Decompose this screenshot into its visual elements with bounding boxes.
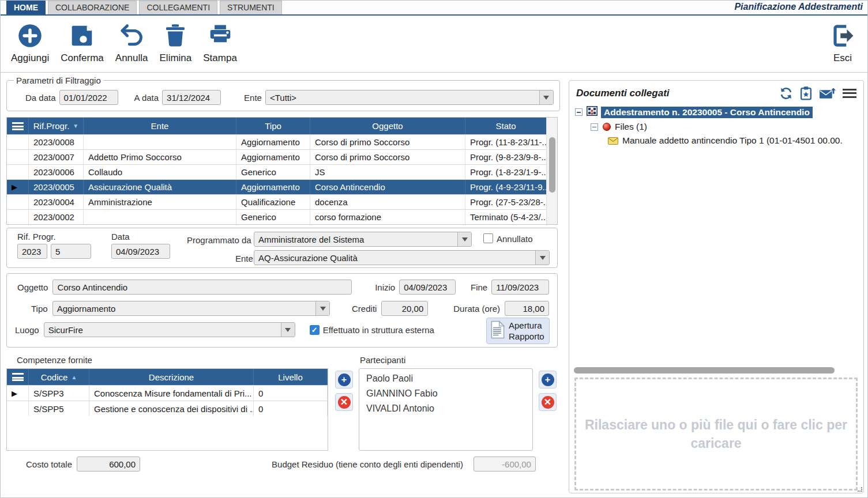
competenze-row-selected[interactable]: ▶ S/SPP3 Conoscenza Misure fondamentali … (7, 385, 328, 401)
file-dropzone[interactable]: Rilasciare uno o più file qui o fare cli… (574, 378, 858, 491)
refresh-button[interactable] (779, 86, 793, 100)
chevron-down-icon[interactable] (281, 323, 295, 337)
col-header-oggetto[interactable]: Oggetto (310, 118, 465, 134)
struttura-esterna-checkbox[interactable]: ✓ (310, 325, 320, 335)
annullato-checkbox[interactable] (483, 233, 493, 243)
exit-button[interactable]: Esci (825, 21, 861, 66)
chevron-down-icon[interactable] (457, 232, 471, 246)
table-menu-button[interactable] (7, 118, 29, 134)
list-item[interactable]: VIVALDI Antonio (359, 401, 532, 416)
tab-home[interactable]: HOME (6, 1, 46, 14)
table-vertical-scrollbar[interactable] (546, 118, 557, 224)
chevron-down-icon[interactable] (535, 251, 549, 265)
col-header-codice[interactable]: Codice▲ (29, 369, 89, 385)
printer-icon (208, 24, 232, 48)
remove-competenza-button[interactable]: ✕ (335, 393, 353, 411)
send-mail-button[interactable] (819, 87, 836, 100)
panel-menu-button[interactable] (843, 89, 856, 98)
durata-label: Durata (ore) (453, 304, 500, 314)
filter-panel: Parametri di Filtraggio Da data 01/01/20… (6, 76, 560, 111)
partecipanti-label: Partecipanti (359, 355, 533, 368)
list-item[interactable]: Paolo Paoli (359, 371, 532, 386)
rif-number-input[interactable]: 5 (51, 244, 91, 259)
tree-files-label[interactable]: Files (1) (615, 122, 647, 132)
tab-strumenti[interactable]: STRUMENTI (220, 1, 282, 14)
competenze-menu-button[interactable] (7, 369, 29, 385)
undo-icon (119, 24, 144, 48)
table-row[interactable]: 2023/0007 Addetto Primo Soccorso Aggiorn… (7, 149, 546, 164)
col-header-livello[interactable]: Livello (254, 369, 328, 385)
add-competenza-button[interactable]: + (335, 371, 353, 388)
print-button[interactable]: Stampa (197, 21, 243, 66)
scrollbar-thumb[interactable] (549, 137, 555, 193)
tree-node-file[interactable]: Manuale addetto antincendio Tipo 1 (01-0… (608, 135, 863, 146)
crediti-input[interactable]: 20,00 (381, 301, 428, 316)
chevron-down-icon[interactable] (315, 301, 329, 315)
delete-button[interactable]: Elimina (154, 21, 198, 66)
data-input[interactable]: 04/09/2023 (111, 244, 170, 259)
to-date-input[interactable]: 31/12/2024 (162, 90, 221, 105)
table-row[interactable]: 2023/0006 Collaudo Generico JS Progr. (1… (7, 164, 546, 179)
programmato-da-dropdown[interactable]: Amministratore del Sistema (254, 232, 472, 247)
apertura-rapporto-button[interactable]: Apertura Rapporto (486, 318, 550, 344)
tipo-dropdown[interactable]: Aggiornamento (52, 301, 330, 316)
budget-residuo-input: -600,00 (474, 456, 536, 471)
detail-ente-dropdown[interactable]: AQ-Assicurazione Qualità (254, 250, 550, 265)
table-row[interactable]: 2023/0002 Generico corso formazione Term… (7, 209, 546, 224)
durata-input[interactable]: 18,00 (505, 301, 549, 316)
from-date-label: Da data (25, 93, 56, 103)
inizio-input[interactable]: 04/09/2023 (399, 280, 456, 295)
filter-ente-dropdown[interactable]: <Tutti> (265, 90, 554, 105)
budget-residuo-label: Budget Residuo (tiene conto degli enti d… (272, 459, 463, 469)
tipo-label: Tipo (31, 304, 48, 314)
col-header-ente[interactable]: Ente (84, 118, 236, 134)
table-row[interactable]: 2023/0008 Aggiornamento Corso di primo S… (7, 134, 546, 149)
tree-node-files[interactable]: Files (1) (591, 122, 863, 132)
list-item[interactable]: GIANNINO Fabio (359, 386, 532, 401)
tab-collaborazione[interactable]: COLLABORAZIONE (48, 1, 137, 14)
collapse-icon[interactable] (575, 108, 583, 116)
annullato-label: Annullato (497, 234, 533, 244)
table-row-selected[interactable]: ▶ 2023/0005 Assicurazione Qualità Aggior… (7, 179, 546, 194)
exit-icon (831, 24, 855, 48)
col-header-tipo[interactable]: Tipo (236, 118, 310, 134)
table-row[interactable]: 2023/0004 Amministrazione Qualificazione… (7, 194, 546, 209)
undo-button[interactable]: Annulla (110, 21, 154, 66)
files-folder-icon (603, 123, 611, 131)
from-date-input[interactable]: 01/01/2022 (59, 90, 118, 105)
costo-totale-input[interactable]: 600,00 (77, 456, 140, 471)
chevron-down-icon[interactable] (539, 90, 553, 104)
tree-node-root[interactable]: Addestramento n. 20230005 - Corso Antinc… (575, 106, 863, 118)
hamburger-icon (12, 122, 24, 130)
resize-grip[interactable] (858, 487, 862, 492)
clipboard-button[interactable] (799, 86, 813, 100)
fine-input[interactable]: 11/09/2023 (491, 280, 549, 295)
col-header-stato[interactable]: Stato (465, 118, 546, 134)
tree-file-label[interactable]: Manuale addetto antincendio Tipo 1 (01-0… (622, 135, 843, 146)
col-header-descrizione[interactable]: Descrizione (89, 369, 254, 385)
totals-row: Costo totale 600,00 Budget Residuo (tien… (6, 456, 558, 471)
refresh-icon (779, 86, 793, 100)
competenze-label: Competenze fornite (6, 355, 328, 368)
documents-horizontal-scrollbar[interactable] (574, 367, 835, 373)
page-title: Pianificazione Addestramenti (734, 2, 863, 14)
filter-ente-label: Ente (244, 93, 262, 103)
x-icon: ✕ (542, 396, 554, 409)
col-header-rif[interactable]: Rif.Progr.▼ (29, 118, 84, 134)
tree-root-label[interactable]: Addestramento n. 20230005 - Corso Antinc… (601, 107, 813, 118)
add-button[interactable]: Aggiungi (5, 21, 55, 66)
crediti-label: Crediti (352, 304, 377, 314)
competenze-row[interactable]: S/SPP5 Gestione e conoscenza dei disposi… (7, 401, 328, 416)
tab-collegamenti[interactable]: COLLEGAMENTI (139, 1, 217, 14)
documenti-collegati-title: Documenti collegati (576, 88, 670, 99)
add-partecipante-button[interactable]: + (539, 371, 557, 388)
luogo-dropdown[interactable]: SicurFire (44, 322, 295, 337)
confirm-button[interactable]: Conferma (55, 21, 110, 66)
oggetto-input[interactable]: Corso Antincendio (52, 280, 352, 295)
rif-year-input[interactable]: 2023 (17, 244, 47, 259)
remove-partecipante-button[interactable]: ✕ (539, 393, 557, 411)
plus-icon: + (338, 373, 351, 386)
documenti-collegati-panel: Documenti collegati Addestramento n. 202… (569, 80, 864, 493)
partecipanti-list[interactable]: Paolo Paoli GIANNINO Fabio VIVALDI Anton… (359, 368, 533, 451)
collapse-icon[interactable] (591, 123, 598, 131)
